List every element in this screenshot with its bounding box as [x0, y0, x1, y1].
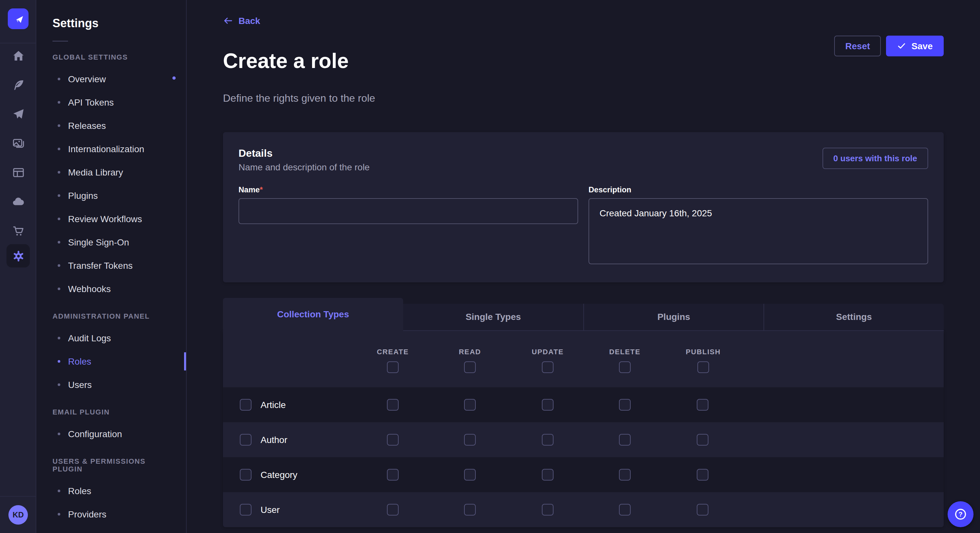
article-update-checkbox[interactable]: [542, 399, 554, 411]
permission-column-update: Update: [509, 331, 587, 373]
select-all-checkbox[interactable]: [387, 362, 399, 373]
subnav-item-webhooks[interactable]: Webhooks: [37, 277, 186, 300]
row-select-checkbox[interactable]: [240, 434, 251, 446]
row-select-checkbox[interactable]: [240, 399, 251, 411]
subnav-item-audit-logs[interactable]: Audit Logs: [37, 327, 186, 350]
subnav-item-roles[interactable]: Roles: [37, 350, 186, 373]
home-icon[interactable]: [9, 47, 27, 65]
subnav-item-internationalization[interactable]: Internationalization: [37, 137, 186, 160]
subnav-item-transfer-tokens[interactable]: Transfer Tokens: [37, 254, 186, 277]
content-type-row-user: User: [223, 492, 944, 527]
back-link[interactable]: Back: [223, 16, 260, 26]
category-read-checkbox[interactable]: [464, 469, 476, 481]
save-button[interactable]: Save: [886, 36, 944, 56]
author-publish-checkbox[interactable]: [697, 434, 708, 446]
user-update-checkbox[interactable]: [542, 504, 554, 516]
subnav-title-divider: [52, 41, 68, 41]
layouts-icon[interactable]: [9, 163, 27, 181]
subnav-item-label: Configuration: [68, 429, 122, 439]
subnav-section: ADMINISTRATION PANEL Audit Logs Roles Us…: [37, 312, 186, 397]
user-publish-checkbox[interactable]: [697, 504, 708, 516]
strapi-logo[interactable]: [8, 8, 29, 29]
user-avatar[interactable]: KD: [8, 505, 28, 525]
subnav-item-api-tokens[interactable]: API Tokens: [37, 90, 186, 114]
bullet-icon: [58, 264, 60, 267]
tab-collection-types[interactable]: Collection Types: [223, 298, 403, 331]
select-all-checkbox[interactable]: [619, 362, 631, 373]
subnav-item-roles[interactable]: Roles: [37, 479, 186, 503]
subnav-item-users[interactable]: Users: [37, 373, 186, 397]
tab-single-types[interactable]: Single Types: [403, 304, 583, 331]
tab-plugins[interactable]: Plugins: [583, 304, 764, 331]
subnav-item-label: Roles: [68, 486, 91, 496]
bullet-icon: [58, 433, 60, 435]
content-type-row-author: Author: [223, 422, 944, 457]
subnav-item-review-workflows[interactable]: Review Workflows: [37, 207, 186, 230]
bullet-icon: [58, 383, 60, 386]
bullet-icon: [58, 360, 60, 363]
reset-button[interactable]: Reset: [834, 36, 881, 56]
main-content: Back Create a role Reset Save Define the…: [187, 0, 980, 533]
back-label: Back: [239, 16, 260, 26]
select-all-checkbox[interactable]: [464, 362, 476, 373]
content-type-label: Author: [261, 435, 288, 445]
subnav-item-media-library[interactable]: Media Library: [37, 160, 186, 184]
permission-column-label: Read: [459, 348, 481, 355]
tab-label: Plugins: [657, 312, 690, 322]
details-title: Details: [239, 148, 370, 159]
user-create-checkbox[interactable]: [387, 504, 399, 516]
select-all-checkbox[interactable]: [542, 362, 554, 373]
article-create-checkbox[interactable]: [387, 399, 399, 411]
subnav-section: GLOBAL SETTINGS Overview API Tokens Rele…: [37, 53, 186, 300]
help-button[interactable]: ?: [948, 501, 974, 527]
marketplace-cart-icon[interactable]: [9, 222, 27, 240]
subnav-item-overview[interactable]: Overview: [37, 67, 186, 90]
notification-dot: [172, 76, 176, 80]
header-actions: Reset Save: [834, 35, 944, 56]
subnav-item-configuration[interactable]: Configuration: [37, 422, 186, 446]
subnav-item-providers[interactable]: Providers: [37, 503, 186, 526]
row-select-checkbox[interactable]: [240, 504, 251, 516]
author-read-checkbox[interactable]: [464, 434, 476, 446]
category-create-checkbox[interactable]: [387, 469, 399, 481]
name-input[interactable]: [239, 198, 578, 224]
author-update-checkbox[interactable]: [542, 434, 554, 446]
cloud-icon[interactable]: [9, 192, 27, 211]
content-type-label: Article: [261, 400, 286, 410]
user-delete-checkbox[interactable]: [619, 504, 631, 516]
subnav-item-releases[interactable]: Releases: [37, 114, 186, 137]
author-create-checkbox[interactable]: [387, 434, 399, 446]
description-textarea[interactable]: Created January 16th, 2025: [589, 198, 928, 264]
permission-column-label: Create: [377, 348, 409, 355]
send-plane-icon[interactable]: [9, 105, 27, 123]
page-title: Create a role: [223, 49, 349, 73]
description-label: Description: [589, 185, 928, 194]
row-select-checkbox[interactable]: [240, 469, 251, 481]
media-library-icon[interactable]: [9, 134, 27, 152]
subnav-item-label: Plugins: [68, 190, 98, 201]
users-with-role-button[interactable]: 0 users with this role: [822, 148, 928, 169]
category-delete-checkbox[interactable]: [619, 469, 631, 481]
select-all-checkbox[interactable]: [697, 362, 709, 373]
name-label: Name*: [239, 185, 578, 194]
details-card: Details Name and description of the role…: [223, 132, 944, 282]
article-read-checkbox[interactable]: [464, 399, 476, 411]
content-type-row-category: Category: [223, 457, 944, 492]
user-read-checkbox[interactable]: [464, 504, 476, 516]
settings-gear-icon[interactable]: [6, 244, 30, 268]
article-publish-checkbox[interactable]: [697, 399, 708, 411]
category-publish-checkbox[interactable]: [697, 469, 708, 481]
tab-settings[interactable]: Settings: [764, 304, 944, 331]
page-subtitle: Define the rights given to the role: [223, 93, 944, 104]
subnav-item-label: Webhooks: [68, 284, 111, 294]
bullet-icon: [58, 337, 60, 339]
content-manager-icon[interactable]: [9, 76, 27, 94]
article-delete-checkbox[interactable]: [619, 399, 631, 411]
bullet-icon: [58, 217, 60, 220]
category-update-checkbox[interactable]: [542, 469, 554, 481]
content-type-row-article: Article: [223, 387, 944, 422]
subnav-item-single-sign-on[interactable]: Single Sign-On: [37, 230, 186, 254]
subnav-item-plugins[interactable]: Plugins: [37, 184, 186, 207]
bullet-icon: [58, 287, 60, 290]
author-delete-checkbox[interactable]: [619, 434, 631, 446]
